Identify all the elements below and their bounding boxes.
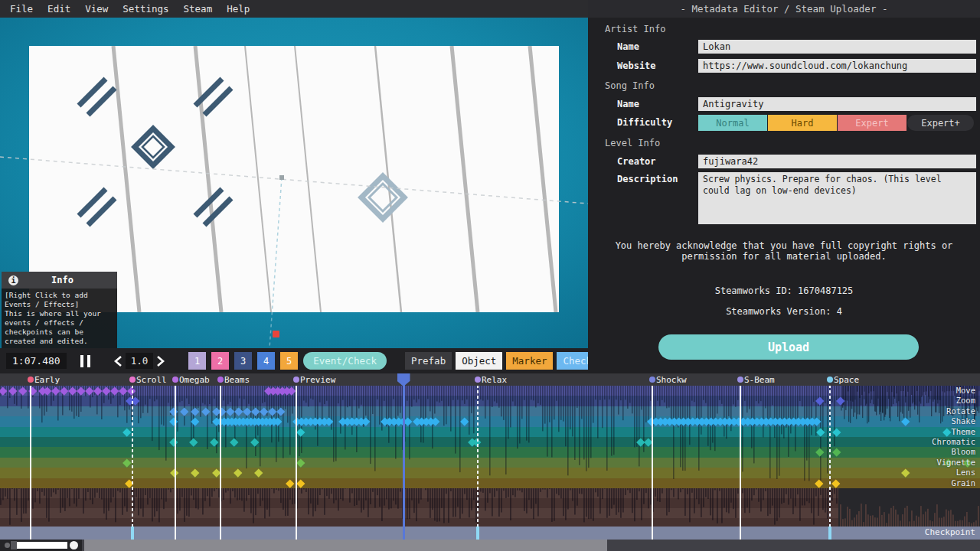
marker-dot-early[interactable] (28, 377, 34, 383)
song-name-field[interactable]: Antigravity (698, 97, 976, 111)
marker-line-scroll (132, 380, 133, 540)
marker-line-relax (477, 380, 479, 540)
event-timeline[interactable]: EarlyScrollOmegabBeamsPreviewRelaxShockw… (0, 373, 980, 540)
marker-line-omegab (175, 380, 176, 540)
info-icon: i (8, 276, 18, 285)
prefab-button[interactable]: Prefab (405, 352, 452, 370)
difficulty-expert-plus-button[interactable]: Expert+ (907, 115, 974, 131)
bottom-bar (0, 540, 980, 551)
marker-label-omegab[interactable]: Omegab (179, 375, 210, 385)
marker-dot-beams[interactable] (217, 377, 224, 383)
marker-dot-shockw[interactable] (649, 377, 655, 383)
marker-label-shockw[interactable]: Shockw (656, 375, 687, 385)
upload-button[interactable]: Upload (658, 334, 919, 360)
track-row-shake[interactable] (0, 416, 980, 426)
menu-bar: FileEditViewSettingsSteamHelp (0, 0, 588, 18)
difficulty-hard-button[interactable]: Hard (768, 115, 837, 131)
time-display: 1:07.480 (6, 353, 67, 369)
event-check-toggle[interactable]: Event/Check (303, 352, 387, 370)
difficulty-label: Difficulty (617, 117, 672, 128)
track-label-move: Move (956, 386, 975, 396)
layer-button-5[interactable]: 5 (280, 352, 298, 370)
pause-button[interactable] (80, 355, 90, 367)
playhead-line (403, 384, 405, 540)
marker-line-early (30, 380, 31, 540)
copyright-notice: You hereby acknowledge that you have ful… (600, 240, 968, 262)
description-label: Description (617, 174, 678, 184)
checkpoint-tick[interactable] (476, 527, 479, 540)
marker-dot-space[interactable] (827, 377, 833, 383)
speed-display: 1.0 (126, 353, 154, 369)
layer-button-1[interactable]: 1 (188, 352, 206, 370)
menu-item-edit[interactable]: Edit (47, 3, 70, 15)
marker-dot-omegab[interactable] (172, 377, 178, 383)
creator-label: Creator (617, 156, 656, 167)
checkpoint-tick[interactable] (131, 527, 134, 540)
difficulty-expert-button[interactable]: Expert (838, 115, 906, 131)
track-row-rotate[interactable] (0, 406, 980, 416)
track-row-zoom[interactable] (0, 396, 980, 406)
marker-label-scroll[interactable]: Scroll (136, 375, 167, 385)
speed-down-button[interactable] (113, 355, 122, 367)
marker-label-space[interactable]: Space (834, 375, 859, 385)
menu-item-view[interactable]: View (85, 3, 108, 15)
zoom-slider-knob[interactable] (70, 541, 78, 549)
object-button[interactable]: Object (456, 352, 502, 370)
marker-dot-scroll[interactable] (129, 377, 136, 383)
website-label: Website (617, 60, 656, 71)
artist-name-label: Name (617, 41, 639, 52)
artist-info-section: Artist Info (605, 24, 665, 34)
menu-item-steam[interactable]: Steam (184, 3, 213, 15)
creator-field[interactable]: fujiwara42 (698, 155, 976, 168)
layer-button-3[interactable]: 3 (234, 352, 252, 370)
speed-up-button[interactable] (156, 355, 165, 367)
timeline-zoom-widget[interactable] (0, 540, 82, 551)
track-row-chromatic[interactable] (0, 437, 980, 447)
marker-dot-relax[interactable] (475, 377, 481, 383)
website-field[interactable]: https://www.soundcloud.com/lokanchung (698, 59, 976, 73)
zoom-out-icon[interactable] (5, 543, 10, 548)
level-view[interactable]: i Info [Right Click to add Events / Effe… (0, 18, 588, 348)
menu-item-file[interactable]: File (10, 3, 33, 15)
track-row-vignette[interactable] (0, 458, 980, 468)
marker-dot-s-beam[interactable] (737, 377, 743, 383)
marker-label-beams[interactable]: Beams (224, 375, 250, 385)
marker-label-preview[interactable]: Preview (300, 375, 335, 385)
guide-node (279, 175, 284, 180)
marker-label-relax[interactable]: Relax (482, 375, 507, 385)
track-row-lens[interactable] (0, 468, 980, 478)
marker-line-preview (296, 380, 297, 540)
menu-item-settings[interactable]: Settings (122, 3, 168, 15)
checkpoint-tick[interactable] (828, 527, 831, 540)
panel-title: - Metadata Editor / Steam Uploader - (588, 0, 980, 18)
track-label-lens: Lens (956, 468, 975, 478)
track-row-move[interactable] (0, 386, 980, 396)
info-tooltip-line1: [Right Click to add Events / Effects] (5, 291, 114, 309)
description-field[interactable]: Screw physics. Prepare for chaos. (This … (698, 172, 976, 224)
marker-line-s-beam (740, 380, 741, 540)
timeline-scrollbar-thumb[interactable] (84, 540, 607, 551)
checkpoint-track[interactable]: Checkpoint (0, 527, 980, 540)
artist-name-field[interactable]: Lokan (698, 40, 976, 54)
zoom-slider-handle[interactable] (11, 541, 17, 549)
marker-line-beams (220, 380, 221, 540)
track-label-shake: Shake (951, 416, 975, 426)
menu-item-help[interactable]: Help (227, 3, 250, 15)
zoom-slider-track[interactable] (17, 542, 67, 549)
marker-button[interactable]: Marker (506, 352, 553, 370)
marker-dot-preview[interactable] (293, 377, 299, 383)
metadata-panel: - Metadata Editor / Steam Uploader - Art… (588, 0, 980, 373)
timeline-header[interactable]: EarlyScrollOmegabBeamsPreviewRelaxShockw… (0, 373, 980, 386)
marker-label-early[interactable]: Early (34, 375, 60, 385)
editor-toolbar: 1:07.480 1.0 12345 Event/Check Prefab Ob… (0, 348, 588, 373)
steamworks-version: Steamworks Version: 4 (600, 306, 968, 317)
layer-buttons: 12345 (188, 352, 303, 370)
difficulty-normal-button[interactable]: Normal (698, 115, 767, 131)
info-tooltip-body: [Right Click to add Events / Effects] Th… (2, 289, 117, 350)
info-tooltip-line2: This is where all your events / effects … (5, 309, 114, 346)
marker-label-s-beam[interactable]: S-Beam (744, 375, 775, 385)
track-label-vignette: Vignette (936, 458, 975, 468)
info-tooltip-header: i Info (2, 272, 117, 289)
layer-button-2[interactable]: 2 (211, 352, 229, 370)
layer-button-4[interactable]: 4 (257, 352, 275, 370)
